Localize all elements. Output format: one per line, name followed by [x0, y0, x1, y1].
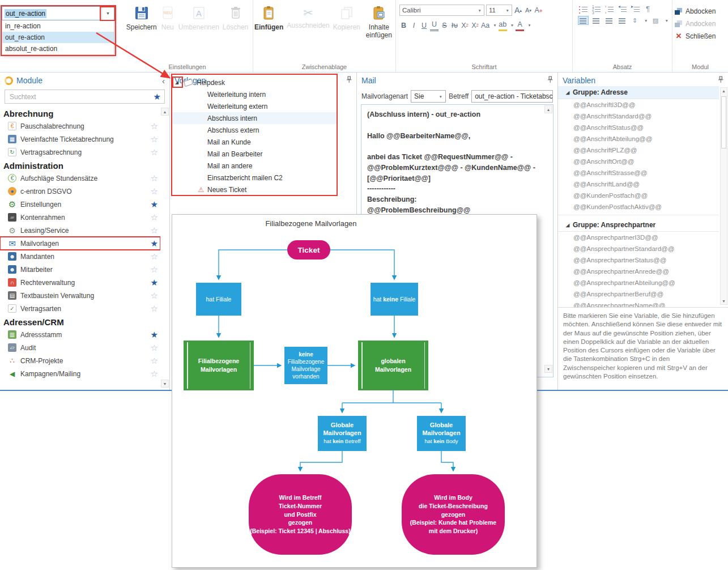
module-item[interactable]: €Aufschläge Stundensätze☆: [0, 172, 160, 185]
star-outline-icon[interactable]: ☆: [151, 291, 158, 300]
bullet-list-icon[interactable]: • • •: [578, 5, 588, 13]
variable-item[interactable]: @@KundenPostfach@@: [558, 190, 719, 201]
module-item[interactable]: ∴CRM-Projekte☆: [0, 354, 160, 367]
star-outline-icon[interactable]: ☆: [151, 265, 158, 274]
star-outline-icon[interactable]: ☆: [151, 369, 158, 378]
scroll-up-icon[interactable]: ▲: [721, 89, 727, 93]
scroll-up-icon[interactable]: ▲: [161, 108, 169, 116]
module-item[interactable]: ▱Audit☆: [0, 341, 160, 354]
star-outline-icon[interactable]: ☆: [151, 187, 158, 195]
ausschneiden-button[interactable]: ✂ Ausschneiden: [286, 3, 330, 42]
scroll-down-icon[interactable]: ▼: [544, 365, 552, 373]
module-item[interactable]: ●c-entron DSGVO☆: [0, 185, 160, 198]
module-item[interactable]: ☻Mitarbeiter☆: [0, 263, 160, 276]
tree-item[interactable]: Weiterleitung intern: [172, 88, 337, 100]
tree-item[interactable]: Mail an Bearbeiter: [172, 148, 337, 160]
star-outline-icon[interactable]: ☆: [151, 122, 158, 130]
shading-icon[interactable]: ▨: [651, 17, 659, 24]
variable-item[interactable]: @@AnschriftStandard@@: [558, 110, 719, 122]
module-item[interactable]: €Pauschalabrechnung☆: [0, 120, 160, 133]
module-item[interactable]: ∩Rechteverwaltung★: [0, 276, 160, 289]
variable-item[interactable]: @@AnsprechpartnerI3D@@: [558, 232, 719, 243]
kopieren-button[interactable]: Kopieren: [332, 3, 361, 42]
variable-item[interactable]: @@AnsprechpartnerStatus@@: [558, 254, 719, 266]
module-item[interactable]: ◀Kampagnen/Mailing☆: [0, 367, 160, 380]
star-outline-icon[interactable]: ☆: [151, 135, 158, 143]
einfuegen-button[interactable]: Einfügen: [253, 3, 284, 42]
variable-item[interactable]: @@AnsprechpartnerBeruf@@: [558, 288, 719, 300]
line-spacing-icon[interactable]: ⇕: [631, 17, 639, 24]
shrink-font-button[interactable]: A▾: [524, 5, 533, 15]
numbered-list-icon[interactable]: 1 2 3: [591, 5, 601, 13]
clear-formatting-button[interactable]: A◆: [534, 5, 543, 15]
module-item[interactable]: ▥Adressstamm★: [0, 328, 160, 341]
pin-icon[interactable]: [718, 76, 723, 85]
tree-node-helpdesk[interactable]: ◢ Helpdesk: [172, 76, 337, 88]
tree-item[interactable]: Abschluss extern: [172, 124, 337, 136]
combobox-item[interactable]: out_re-action: [2, 32, 114, 43]
inhalte-einfuegen-button[interactable]: Inhalte einfügen: [363, 3, 395, 42]
multilevel-list-icon[interactable]: › ›: [604, 5, 614, 13]
scrollbar-thumb[interactable]: [721, 96, 726, 148]
decrease-indent-icon[interactable]: ◂: [618, 5, 627, 13]
underline-button[interactable]: U: [420, 20, 428, 31]
star-filled-icon[interactable]: ★: [151, 200, 158, 209]
variable-item[interactable]: @@KundenPostfachAktiv@@: [558, 201, 719, 212]
combobox-dropdown-button[interactable]: ▼: [101, 7, 114, 20]
module-item[interactable]: ↻Vertragsabrechnung☆: [0, 146, 160, 159]
variable-item[interactable]: @@AnschriftLand@@: [558, 178, 719, 190]
search-input[interactable]: [8, 92, 154, 101]
pin-icon[interactable]: [346, 76, 352, 85]
umbenennen-button[interactable]: A Umbenennen: [177, 3, 220, 34]
italic-button[interactable]: I: [410, 20, 418, 31]
neu-button[interactable]: NEU Neu: [159, 3, 176, 34]
variable-item[interactable]: @@AnsprechpartnerAnrede@@: [558, 266, 719, 277]
font-color-button[interactable]: A: [516, 19, 524, 31]
variable-group-header[interactable]: ◢Gruppe: Adresse: [558, 86, 719, 99]
scroll-down-icon[interactable]: ▼: [721, 299, 727, 303]
module-item[interactable]: ☻Mandanten☆: [0, 250, 160, 263]
scroll-up-icon[interactable]: ▲: [544, 105, 552, 113]
loeschen-button[interactable]: Löschen: [222, 3, 249, 34]
variable-item[interactable]: @@AnschriftOrt@@: [558, 156, 719, 167]
module-item[interactable]: ⚙Leasing/Service☆: [0, 224, 160, 237]
schliessen-button[interactable]: ✕ Schließen: [672, 31, 728, 41]
star-outline-icon[interactable]: ☆: [151, 252, 158, 261]
combobox-item[interactable]: absolut_re-action: [2, 43, 114, 54]
superscript-button[interactable]: X2: [461, 20, 469, 31]
pin-icon[interactable]: [547, 76, 553, 85]
template-name-combobox[interactable]: out_re-action ▼: [2, 6, 114, 20]
double-underline-button[interactable]: U: [430, 19, 438, 31]
variable-item[interactable]: @@AnsprechpartnerAbteilung@@: [558, 277, 719, 288]
variables-scrollbar[interactable]: ▲ ▼: [720, 87, 727, 305]
align-right-icon[interactable]: [604, 16, 614, 24]
variable-item[interactable]: @@AnschriftPLZ@@: [558, 144, 719, 156]
star-outline-icon[interactable]: ☆: [151, 356, 158, 365]
variable-group-header[interactable]: ◢Gruppe: Ansprechpartner: [558, 219, 719, 232]
tree-item[interactable]: Mail an andere: [172, 160, 337, 172]
tree-item[interactable]: Mail an Kunde: [172, 136, 337, 148]
mailvorlagenart-combobox[interactable]: Sie ▼: [411, 90, 446, 103]
change-case-button[interactable]: Aa: [481, 20, 489, 31]
star-filled-icon[interactable]: ★: [151, 330, 158, 339]
star-filled-icon[interactable]: ★: [151, 239, 158, 248]
star-outline-icon[interactable]: ☆: [151, 148, 158, 156]
tree-item[interactable]: Abschluss intern: [172, 112, 337, 124]
betreff-input[interactable]: out_re-action - Ticketabschluss: [471, 90, 553, 103]
collapse-panel-icon[interactable]: ‹: [162, 76, 165, 85]
pilcrow-icon[interactable]: ¶: [644, 5, 652, 13]
abdocken-button[interactable]: Abdocken: [672, 6, 728, 16]
variable-item[interactable]: @@AnsprechpartnerStandard@@: [558, 243, 719, 254]
variable-item[interactable]: @@AnschriftStrasse@@: [558, 167, 719, 178]
combobox-item[interactable]: in_re-action: [2, 20, 114, 32]
variable-item[interactable]: @@AnsprechpartnerName@@: [558, 300, 719, 307]
double-strikethrough-button[interactable]: ƕ: [450, 20, 459, 31]
star-outline-icon[interactable]: ☆: [151, 174, 158, 182]
star-filled-icon[interactable]: ★: [151, 278, 158, 287]
star-outline-icon[interactable]: ☆: [151, 213, 158, 222]
module-item[interactable]: ✉Mailvorlagen★: [0, 237, 160, 250]
module-item[interactable]: ▰Kontenrahmen☆: [0, 211, 160, 224]
andocken-button[interactable]: Andocken: [672, 18, 728, 29]
variable-item[interactable]: @@AnschriftStatus@@: [558, 122, 719, 133]
favorites-filter-icon[interactable]: ★: [154, 92, 161, 101]
